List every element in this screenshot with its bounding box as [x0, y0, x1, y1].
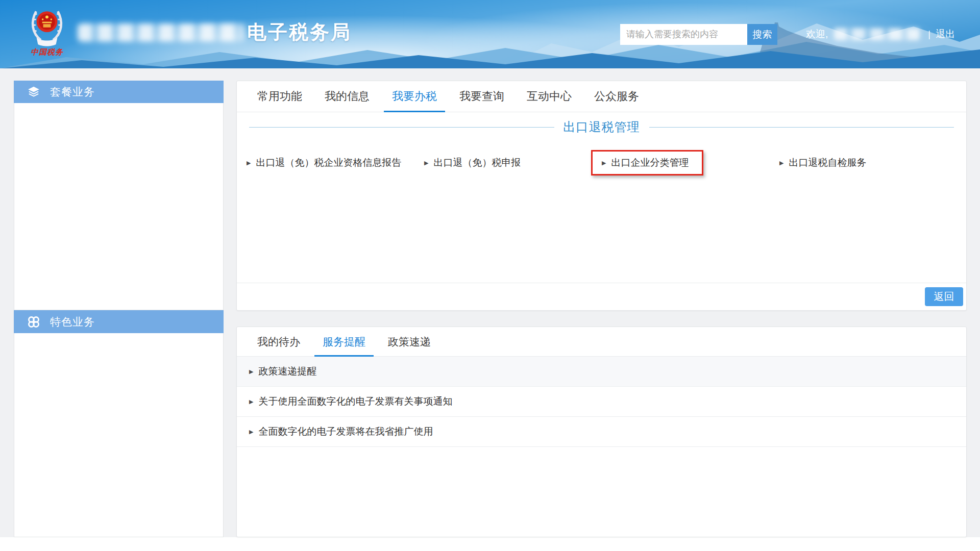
tab-my-query[interactable]: 我要查询: [451, 81, 512, 112]
sidebar-section-label: 套餐业务: [50, 85, 95, 99]
divider-line: [249, 127, 554, 128]
caret-right-icon: ▶: [247, 160, 251, 166]
site-title: 电子税务局: [247, 19, 352, 45]
menu-item-export-selfcheck[interactable]: ▶ 出口退税自检服务: [769, 150, 881, 176]
caret-right-icon: ▶: [249, 398, 253, 405]
grid-icon: [27, 315, 40, 329]
logo-caption: 中国税务: [23, 47, 70, 57]
tab-tax-handling[interactable]: 我要办税: [384, 81, 445, 112]
header-search: 搜索: [620, 24, 777, 45]
caret-right-icon: ▶: [779, 160, 783, 166]
sidebar-section-label: 特色业务: [50, 315, 95, 329]
redacted-org-name: [78, 23, 244, 42]
divider-line: [649, 127, 954, 128]
tab-policy-express[interactable]: 政策速递: [380, 327, 439, 356]
main-tabs: 常用功能 我的信息 我要办税 我要查询 互动中心 公众服务: [237, 81, 966, 112]
redacted-username: [834, 28, 920, 40]
bottom-strip: [0, 537, 980, 551]
caret-right-icon: ▶: [249, 368, 253, 375]
tab-interaction-center[interactable]: 互动中心: [519, 81, 580, 112]
notice-tabs: 我的待办 服务提醒 政策速递: [237, 327, 966, 357]
header: 中国税务 电子税务局 搜索 欢迎, | 退出: [0, 0, 980, 68]
tab-common-functions[interactable]: 常用功能: [249, 81, 310, 112]
section-title: 出口退税管理: [564, 119, 640, 135]
tab-public-service[interactable]: 公众服务: [586, 81, 647, 112]
menu-item-export-qualification[interactable]: ▶ 出口退（免）税企业资格信息报告: [236, 150, 416, 176]
notice-list: ▶ 政策速递提醒 ▶ 关于使用全面数字化的电子发票有关事项通知 ▶ 全面数字化的…: [237, 357, 966, 447]
tax-emblem-icon: [28, 4, 66, 47]
export-menu: ▶ 出口退（免）税企业资格信息报告 ▶ 出口退（免）税申报 ▶ 出口企业分类管理…: [237, 150, 966, 176]
sidebar-package-body: [14, 103, 224, 310]
menu-item-export-declare[interactable]: ▶ 出口退（免）税申报: [413, 150, 535, 176]
tax-logo: 中国税务: [23, 4, 70, 57]
back-button[interactable]: 返回: [925, 287, 963, 306]
panel-footer: 返回: [237, 283, 966, 310]
caret-right-icon: ▶: [249, 429, 253, 435]
caret-right-icon: ▶: [602, 160, 606, 166]
sidebar-section-package[interactable]: 套餐业务: [14, 81, 224, 103]
notice-panel: 我的待办 服务提醒 政策速递 ▶ 政策速递提醒 ▶ 关于使用全面数字化的电子发票…: [236, 327, 967, 537]
welcome-label: 欢迎,: [806, 28, 828, 41]
caret-right-icon: ▶: [424, 160, 428, 166]
sidebar-special-body: [14, 333, 224, 537]
sidebar-section-special[interactable]: 特色业务: [14, 310, 224, 333]
sidebar: 套餐业务 特色业务: [14, 81, 224, 537]
main-panel: 常用功能 我的信息 我要办税 我要查询 互动中心 公众服务 出口退税管理 ▶ 出…: [236, 81, 967, 311]
notice-item[interactable]: ▶ 全面数字化的电子发票将在我省推广使用: [237, 417, 966, 447]
section-header: 出口退税管理: [249, 119, 954, 135]
notice-item[interactable]: ▶ 政策速递提醒: [237, 357, 966, 387]
divider: |: [928, 29, 930, 40]
welcome-area: 欢迎, | 退出: [806, 0, 955, 68]
layers-icon: [27, 85, 40, 98]
tab-my-info[interactable]: 我的信息: [316, 81, 378, 112]
tab-my-todo[interactable]: 我的待办: [249, 327, 308, 356]
logout-link[interactable]: 退出: [936, 28, 955, 41]
notice-item[interactable]: ▶ 关于使用全面数字化的电子发票有关事项通知: [237, 387, 966, 417]
menu-item-export-classification[interactable]: ▶ 出口企业分类管理: [591, 150, 703, 176]
tab-service-reminder[interactable]: 服务提醒: [314, 327, 374, 356]
search-input[interactable]: [620, 24, 747, 45]
search-button[interactable]: 搜索: [747, 24, 777, 45]
